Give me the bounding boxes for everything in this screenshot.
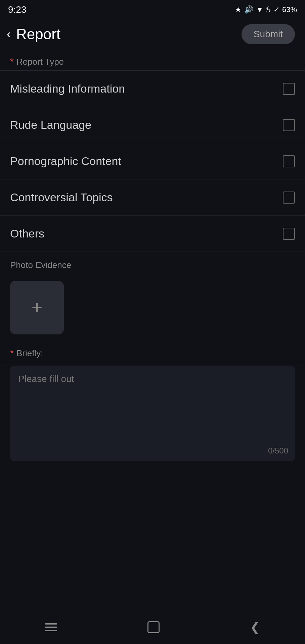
- battery-indicator: 63%: [282, 5, 297, 14]
- photo-divider: [0, 274, 305, 274]
- back-button[interactable]: ‹: [7, 28, 11, 40]
- report-option-misleading[interactable]: Misleading Information: [0, 71, 305, 107]
- report-type-label: Report Type: [16, 57, 64, 67]
- status-icons: ★ 🔊 ▼ 𝕊 ✓ 63%: [235, 5, 297, 14]
- checkbox-misleading[interactable]: [283, 83, 295, 95]
- status-time: 9:23: [8, 4, 27, 15]
- battery-percent: 63%: [282, 5, 297, 14]
- signal-icon: ✓: [273, 5, 279, 14]
- photo-evidence-text: Photo Evidence: [10, 260, 71, 270]
- report-options-list: Misleading Information Rude Language Por…: [0, 71, 305, 252]
- briefly-divider: [0, 362, 305, 362]
- report-option-pornographic[interactable]: Pornographic Content: [0, 143, 305, 179]
- page-title: Report: [16, 26, 60, 43]
- header: ‹ Report Submit: [0, 19, 305, 51]
- option-label-controversial: Controversial Topics: [10, 191, 113, 204]
- report-option-controversial[interactable]: Controversial Topics: [0, 179, 305, 216]
- report-option-rude[interactable]: Rude Language: [0, 107, 305, 143]
- required-star: *: [10, 56, 14, 67]
- checkbox-controversial[interactable]: [283, 192, 295, 204]
- briefly-label: * Briefly:: [0, 341, 305, 362]
- sound-icon: 🔊: [244, 5, 253, 14]
- report-option-others[interactable]: Others: [0, 216, 305, 252]
- option-label-others: Others: [10, 227, 44, 240]
- photo-evidence-label: Photo Evidence: [0, 252, 305, 274]
- report-type-section-label: * Report Type: [0, 51, 305, 70]
- option-label-rude: Rude Language: [10, 118, 91, 131]
- wifi-icon: 𝕊: [266, 5, 271, 14]
- status-bar: 9:23 ★ 🔊 ▼ 𝕊 ✓ 63%: [0, 0, 305, 19]
- option-label-pornographic: Pornographic Content: [10, 155, 121, 168]
- briefly-text: Briefly:: [16, 348, 43, 359]
- option-label-misleading: Misleading Information: [10, 82, 125, 95]
- nav-home-button[interactable]: [147, 621, 160, 633]
- location-icon: ▼: [256, 5, 263, 14]
- brief-input-container: 0/500: [10, 366, 295, 461]
- brief-textarea[interactable]: [10, 366, 295, 460]
- add-photo-button[interactable]: +: [10, 281, 64, 334]
- plus-icon: +: [32, 298, 43, 317]
- bluetooth-icon: ★: [235, 5, 242, 14]
- nav-menu-icon[interactable]: [45, 623, 57, 631]
- briefly-required-star: *: [10, 348, 14, 359]
- submit-button[interactable]: Submit: [242, 24, 295, 44]
- bottom-navigation: ❮: [0, 610, 305, 644]
- checkbox-rude[interactable]: [283, 119, 295, 131]
- nav-back-icon[interactable]: ❮: [250, 620, 260, 634]
- header-left: ‹ Report: [7, 26, 60, 43]
- char-count: 0/500: [268, 446, 288, 455]
- checkbox-others[interactable]: [283, 228, 295, 240]
- checkbox-pornographic[interactable]: [283, 155, 295, 167]
